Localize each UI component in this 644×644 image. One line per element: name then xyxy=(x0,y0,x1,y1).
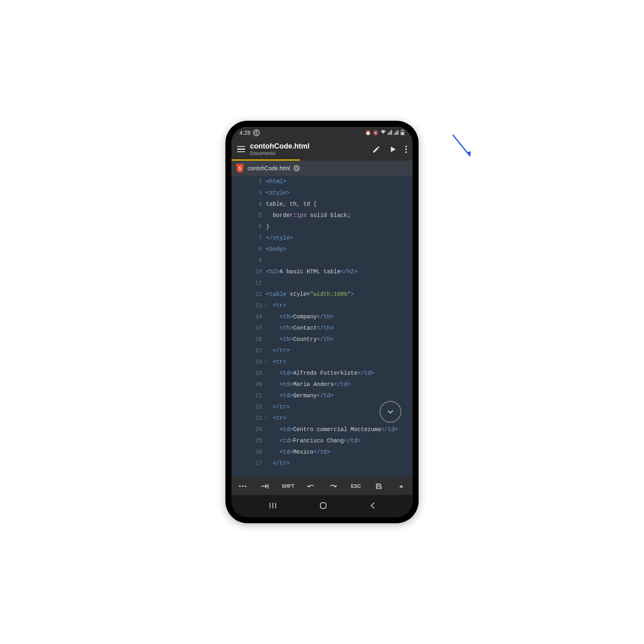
tab-key-button[interactable] xyxy=(257,484,273,489)
line-number[interactable]: 24 xyxy=(252,424,266,435)
code-text[interactable]: <th>Company</th> xyxy=(266,311,413,322)
code-editor[interactable]: 2<html>3<style>4table, th, td {5 border:… xyxy=(231,176,413,477)
mute-icon: 🔇 xyxy=(373,130,379,136)
line-number[interactable]: 11 xyxy=(252,277,266,289)
menu-button[interactable] xyxy=(237,146,245,153)
code-text[interactable]: <td>Centro comercial Moctezuma</td> xyxy=(266,424,413,435)
code-line[interactable]: 24 <td>Centro comercial Moctezuma</td> xyxy=(252,424,413,435)
line-number[interactable]: 5 xyxy=(252,210,266,221)
code-text[interactable]: <style> xyxy=(266,187,413,198)
code-line[interactable]: 6} xyxy=(252,221,413,232)
code-line[interactable]: 17 </tr> xyxy=(252,345,413,356)
line-number[interactable]: 7 xyxy=(252,232,266,244)
code-line[interactable]: 14 <th>Company</th> xyxy=(252,311,413,322)
html5-icon: 5 xyxy=(235,164,244,173)
more-horizontal-icon xyxy=(239,485,246,487)
code-text[interactable]: <h2>A basic HTML table</h2> xyxy=(266,266,413,277)
code-line[interactable]: 9 xyxy=(252,255,413,266)
app-header: contohCode.html Documents/ xyxy=(231,139,413,159)
line-number[interactable]: 19 xyxy=(252,367,266,379)
code-line[interactable]: 5 border:1px solid black; xyxy=(252,210,413,221)
line-number[interactable]: 17 xyxy=(252,345,266,356)
undo-button[interactable] xyxy=(303,484,319,489)
code-line[interactable]: 19 <td>Alfreds Futterkiste</td> xyxy=(252,367,413,379)
line-number[interactable]: 25 xyxy=(252,435,266,446)
code-line[interactable]: 10<h2>A basic HTML table</h2> xyxy=(252,266,413,277)
code-line[interactable]: 2<html> xyxy=(252,176,413,187)
svg-rect-9 xyxy=(398,130,398,135)
shift-button[interactable]: SHFT xyxy=(280,483,296,489)
esc-button[interactable]: ESC xyxy=(348,483,364,489)
back-nav-button[interactable] xyxy=(369,502,375,511)
line-number[interactable]: 8 xyxy=(252,244,266,255)
scroll-down-fab[interactable] xyxy=(380,401,401,423)
code-text[interactable]: <tr> xyxy=(266,300,413,311)
run-button[interactable] xyxy=(389,146,396,153)
redo-button[interactable] xyxy=(325,484,341,489)
save-button[interactable] xyxy=(371,483,387,489)
tab-close-button[interactable]: ✕ xyxy=(293,165,300,171)
code-text[interactable]: </tr> xyxy=(266,345,413,356)
code-text[interactable]: <body> xyxy=(266,244,413,255)
collapse-up-button[interactable] xyxy=(393,485,409,488)
code-text[interactable]: <th>Contact</th> xyxy=(266,322,413,334)
line-number[interactable]: 22 xyxy=(252,401,266,413)
code-line[interactable]: 27 </tr> xyxy=(252,458,413,469)
line-number[interactable]: 26 xyxy=(252,446,266,458)
home-nav-button[interactable] xyxy=(319,502,327,511)
code-text[interactable]: <tr> xyxy=(266,356,413,367)
tab-name[interactable]: contohCode.html xyxy=(248,165,290,171)
code-line[interactable]: 7</style> xyxy=(252,232,413,244)
code-text[interactable]: </style> xyxy=(266,232,413,244)
recents-nav-button[interactable] xyxy=(269,502,277,511)
code-line[interactable]: 8<body> xyxy=(252,244,413,255)
code-text[interactable]: <td>Maria Anders</td> xyxy=(266,379,413,390)
code-line[interactable]: 25 <td>Francisco Chang</td> xyxy=(252,435,413,446)
code-text[interactable]: } xyxy=(266,221,413,232)
code-line[interactable]: 3<style> xyxy=(252,187,413,198)
line-number[interactable]: 18 xyxy=(252,356,266,367)
line-number[interactable]: 2 xyxy=(252,176,266,187)
more-button[interactable] xyxy=(405,146,407,153)
more-toolbar-button[interactable] xyxy=(235,485,251,487)
code-line[interactable]: 18 <tr> xyxy=(252,356,413,367)
code-text[interactable]: border:1px solid black; xyxy=(266,210,413,221)
code-text[interactable]: <td>Francisco Chang</td> xyxy=(266,435,413,446)
line-number[interactable]: 4 xyxy=(252,198,266,210)
line-number[interactable]: 6 xyxy=(252,221,266,232)
code-text[interactable]: <html> xyxy=(266,176,413,187)
code-line[interactable]: 11 xyxy=(252,277,413,289)
line-number[interactable]: 3 xyxy=(252,187,266,198)
code-text[interactable]: <th>Country</th> xyxy=(266,334,413,345)
code-text[interactable]: <td>Mexico</td> xyxy=(266,446,413,458)
code-text[interactable]: table, th, td { xyxy=(266,198,413,210)
line-number[interactable]: 9 xyxy=(252,255,266,266)
line-number[interactable]: 10 xyxy=(252,266,266,277)
line-number[interactable]: 27 xyxy=(252,458,266,469)
status-bar: 4:28 14 ⏰ 🔇 xyxy=(231,127,413,139)
code-line[interactable]: 20 <td>Maria Anders</td> xyxy=(252,379,413,390)
code-line[interactable]: 15 <th>Contact</th> xyxy=(252,322,413,334)
code-line[interactable]: 13 <tr> xyxy=(252,300,413,311)
line-number[interactable]: 14 xyxy=(252,311,266,322)
nav-bar xyxy=(231,495,413,517)
line-number[interactable]: 15 xyxy=(252,322,266,334)
code-text[interactable]: </tr> xyxy=(266,458,413,469)
code-text[interactable]: <td>Germany</td> xyxy=(266,390,413,401)
code-text[interactable]: <table style="width:100%"> xyxy=(266,289,413,300)
code-line[interactable]: 26 <td>Mexico</td> xyxy=(252,446,413,458)
line-number[interactable]: 16 xyxy=(252,334,266,345)
line-number[interactable]: 12 xyxy=(252,289,266,300)
line-number[interactable]: 23 xyxy=(252,413,266,424)
code-line[interactable]: 4table, th, td { xyxy=(252,198,413,210)
code-text[interactable]: <td>Alfreds Futterkiste</td> xyxy=(266,367,413,379)
pencil-icon xyxy=(372,145,380,153)
code-line[interactable]: 16 <th>Country</th> xyxy=(252,334,413,345)
line-number[interactable]: 13 xyxy=(252,300,266,311)
line-number[interactable]: 20 xyxy=(252,379,266,390)
line-number[interactable]: 21 xyxy=(252,390,266,401)
edit-button[interactable] xyxy=(372,145,380,153)
code-line[interactable]: 21 <td>Germany</td> xyxy=(252,390,413,401)
code-content[interactable]: 2<html>3<style>4table, th, td {5 border:… xyxy=(252,176,413,469)
code-line[interactable]: 12<table style="width:100%"> xyxy=(252,289,413,300)
